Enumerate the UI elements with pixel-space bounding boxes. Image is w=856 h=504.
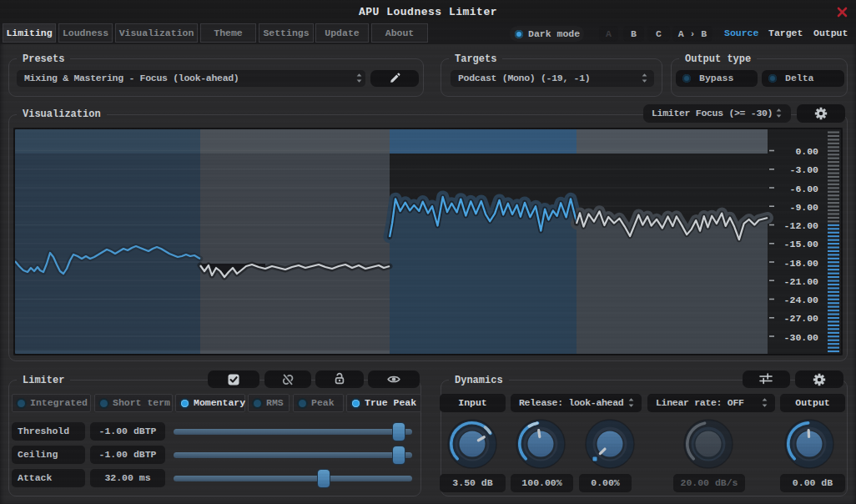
svg-text:-18.00: -18.00 (784, 258, 819, 269)
svg-text:0.00: 0.00 (795, 146, 818, 157)
svg-text:-6.00: -6.00 (789, 184, 818, 194)
svg-text:-3.00: -3.00 (789, 164, 818, 175)
svg-text:-21.00: -21.00 (784, 276, 819, 287)
svg-text:-15.00: -15.00 (784, 239, 819, 249)
svg-text:-27.00: -27.00 (784, 313, 819, 324)
svg-text:-9.00: -9.00 (789, 202, 818, 213)
svg-text:-30.00: -30.00 (784, 332, 819, 343)
svg-text:-24.00: -24.00 (784, 295, 819, 305)
svg-text:-12.00: -12.00 (784, 220, 819, 231)
